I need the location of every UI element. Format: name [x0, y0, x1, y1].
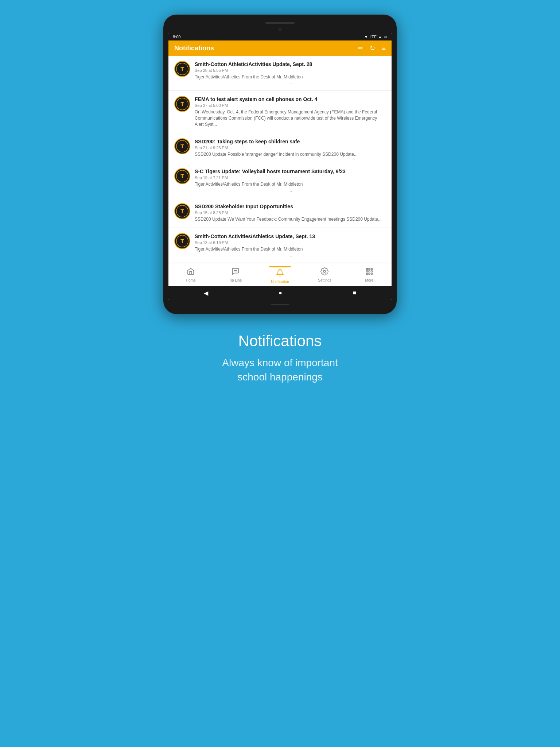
svg-rect-17 — [369, 268, 370, 270]
notification-ellipsis: ... — [195, 252, 386, 258]
notification-item[interactable]: T Smith-Cotton Activities/Athletics Upda… — [168, 228, 392, 263]
wifi-icon: ▼ — [364, 35, 368, 39]
svg-rect-24 — [371, 273, 372, 275]
notification-body: Tiger Activities/Athletics From the Desk… — [195, 74, 386, 80]
notification-title: SSD200 Stakeholder Input Opportunities — [195, 203, 386, 210]
svg-rect-22 — [366, 273, 368, 275]
edit-icon[interactable]: ✏ — [358, 44, 363, 52]
svg-text:T: T — [180, 208, 184, 214]
notification-avatar: T — [174, 61, 190, 77]
notification-content: SSD200: Taking steps to keep children sa… — [195, 138, 386, 158]
nav-icon-home — [187, 267, 195, 278]
notification-title: Smith-Cotton Athletic/Activities Update,… — [195, 61, 386, 67]
nav-label-tip-line: Tip Line — [229, 278, 242, 282]
battery-icon: ▭ — [384, 34, 387, 39]
svg-point-15 — [324, 270, 326, 272]
refresh-icon[interactable]: ↻ — [370, 44, 375, 52]
notification-date: Sep 15 at 8:28 PM — [195, 210, 386, 215]
notification-title: S-C Tigers Update: Volleyball hosts tour… — [195, 168, 386, 175]
notification-body: SSD200 Update Possible 'stranger danger'… — [195, 151, 386, 158]
notification-date: Sep 28 at 5:55 PM — [195, 68, 386, 73]
svg-rect-20 — [369, 271, 370, 272]
svg-text:T: T — [180, 238, 184, 244]
notification-content: FEMA to test alert system on cell phones… — [195, 96, 386, 128]
android-nav-bar: ◀ ● ■ — [168, 286, 392, 300]
nav-icon-settings — [320, 267, 328, 278]
tablet-screen: 8:00 ▼ LTE ▲ ▭ Notifications ✏ ↻ ≡ T Smi… — [168, 33, 392, 300]
notification-body: SSD200 Update We Want Your Feedback: Com… — [195, 216, 386, 222]
nav-item-home[interactable]: Home — [168, 267, 213, 282]
notification-content: SSD200 Stakeholder Input OpportunitiesSe… — [195, 203, 386, 222]
tablet-notch — [265, 22, 295, 24]
notification-item[interactable]: T SSD200 Stakeholder Input Opportunities… — [168, 198, 392, 228]
notification-ellipsis: ... — [195, 187, 386, 193]
svg-rect-18 — [371, 268, 372, 270]
nav-item-notification[interactable]: Notification — [258, 266, 302, 284]
status-time: 8:00 — [173, 35, 180, 39]
notification-item[interactable]: T SSD200: Taking steps to keep children … — [168, 133, 392, 163]
nav-item-more[interactable]: More — [347, 267, 392, 282]
recents-button[interactable]: ■ — [353, 290, 357, 296]
notification-date: Sep 13 at 6:19 PM — [195, 240, 386, 245]
status-icons: ▼ LTE ▲ ▭ — [364, 34, 387, 39]
notification-title: Smith-Cotton Activities/Athletics Update… — [195, 233, 386, 240]
notification-date: Sep 19 at 7:21 PM — [195, 175, 386, 180]
notification-title: FEMA to test alert system on cell phones… — [195, 96, 386, 102]
notification-avatar: T — [174, 96, 190, 112]
notification-item[interactable]: T Smith-Cotton Athletic/Activities Updat… — [168, 56, 392, 91]
notification-content: Smith-Cotton Activities/Athletics Update… — [195, 233, 386, 258]
notification-date: Sep 27 at 5:00 PM — [195, 103, 386, 108]
nav-label-notification: Notification — [271, 280, 289, 284]
notification-item[interactable]: T FEMA to test alert system on cell phon… — [168, 91, 392, 133]
svg-point-14 — [236, 270, 237, 271]
svg-text:T: T — [180, 101, 184, 107]
svg-text:T: T — [180, 173, 184, 179]
nav-label-home: Home — [186, 278, 196, 282]
notification-body: Tiger Activities/Athletics From the Desk… — [195, 246, 386, 252]
svg-text:T: T — [180, 66, 184, 72]
svg-rect-16 — [366, 268, 368, 270]
nav-label-settings: Settings — [318, 278, 331, 282]
svg-rect-21 — [371, 271, 372, 272]
bottom-nav: HomeTip LineNotificationSettingsMore — [168, 263, 392, 286]
tablet-camera — [279, 28, 281, 31]
signal-icon: ▲ — [378, 35, 382, 39]
notification-body: On Wednesday, Oct. 4, the Federal Emerge… — [195, 109, 386, 127]
svg-rect-19 — [366, 271, 368, 272]
notification-content: Smith-Cotton Athletic/Activities Update,… — [195, 61, 386, 85]
app-header: Notifications ✏ ↻ ≡ — [168, 40, 392, 56]
svg-point-12 — [234, 270, 235, 271]
page-heading: Notifications — [222, 332, 338, 350]
nav-active-indicator — [269, 266, 291, 267]
notification-ellipsis: ... — [195, 80, 386, 85]
notification-content: S-C Tigers Update: Volleyball hosts tour… — [195, 168, 386, 193]
svg-text:T: T — [180, 143, 184, 149]
nav-icon-more — [365, 267, 373, 278]
nav-icon-notification — [276, 269, 284, 279]
tablet-bottom-bar — [271, 304, 289, 305]
notification-item[interactable]: T S-C Tigers Update: Volleyball hosts to… — [168, 163, 392, 198]
header-action-icons: ✏ ↻ ≡ — [358, 44, 386, 52]
app-header-title: Notifications — [174, 44, 214, 52]
home-button[interactable]: ● — [279, 290, 282, 296]
nav-item-settings[interactable]: Settings — [302, 267, 347, 282]
status-bar: 8:00 ▼ LTE ▲ ▭ — [168, 33, 392, 40]
nav-item-tip-line[interactable]: Tip Line — [213, 267, 257, 282]
notification-avatar: T — [174, 233, 190, 249]
nav-label-more: More — [365, 278, 373, 282]
notification-title: SSD200: Taking steps to keep children sa… — [195, 138, 386, 145]
lte-label: LTE — [370, 35, 377, 39]
nav-icon-tip-line — [232, 267, 240, 278]
notification-date: Sep 21 at 9:23 PM — [195, 146, 386, 150]
notification-avatar: T — [174, 203, 190, 219]
tablet-device: 8:00 ▼ LTE ▲ ▭ Notifications ✏ ↻ ≡ T Smi… — [163, 15, 397, 314]
back-button[interactable]: ◀ — [204, 290, 208, 297]
svg-point-13 — [235, 270, 236, 271]
svg-rect-23 — [369, 273, 370, 275]
notification-avatar: T — [174, 138, 190, 154]
notifications-list: T Smith-Cotton Athletic/Activities Updat… — [168, 56, 392, 263]
notification-avatar: T — [174, 168, 190, 184]
page-subheading: Always know of importantschool happening… — [222, 356, 338, 384]
menu-icon[interactable]: ≡ — [382, 44, 386, 52]
page-text-section: Notifications Always know of importantsc… — [200, 332, 359, 384]
